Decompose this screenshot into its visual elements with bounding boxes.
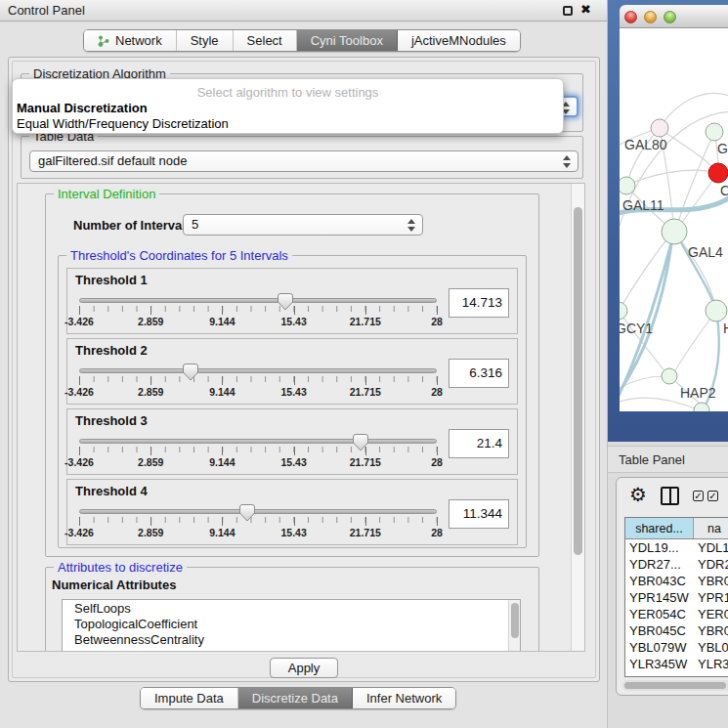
float-window-icon[interactable] (563, 6, 573, 16)
attributes-list-scrollbar[interactable] (508, 600, 520, 652)
apply-button[interactable]: Apply (270, 658, 338, 678)
tick-label: 2.859 (138, 316, 163, 327)
network-canvas[interactable]: GAL80GCGAL11GAL4GCY1HHAP2 (620, 28, 728, 411)
table-data-combobox[interactable]: galFiltered.sif default node (29, 150, 578, 172)
table-panel: ⚙ ✓ ✓ shared... na YDL19... YDL1 (616, 477, 728, 696)
network-node-label: GAL4 (688, 244, 723, 260)
table-row[interactable]: YIL052C YIL0 (625, 672, 728, 677)
slider-track[interactable] (79, 439, 437, 444)
network-node-label: C (720, 183, 728, 198)
popup-item-equal-width-frequency[interactable]: Equal Width/Frequency Discretization (13, 115, 563, 131)
tab-impute-data[interactable]: Impute Data (141, 688, 238, 708)
network-node[interactable] (620, 302, 627, 320)
slider-major-tick (365, 306, 366, 315)
cell-shared-name: YLR345W (625, 656, 694, 672)
cell-shared-name: YBL079W (625, 639, 694, 656)
table-horizontal-scrollbar[interactable] (622, 680, 728, 691)
network-node[interactable] (662, 368, 677, 384)
threshold-label: Threshold 1 (75, 273, 148, 287)
close-icon[interactable]: ✖ (580, 2, 591, 17)
slider-thumb[interactable] (239, 504, 255, 522)
threshold-value-field[interactable]: 21.4 (449, 429, 509, 458)
tab-infer-network[interactable]: Infer Network (353, 688, 455, 708)
tab-discretize-data[interactable]: Discretize Data (238, 688, 353, 708)
tab-network[interactable]: Network (84, 30, 177, 51)
threshold-row: Threshold 3 (66, 408, 518, 475)
slider-track[interactable] (79, 509, 437, 514)
threshold-slider[interactable]: -3.4262.8599.14415.4321.71528 (79, 439, 437, 468)
network-icon (98, 34, 110, 48)
slider-track[interactable] (79, 298, 437, 303)
table-row[interactable]: YBR043C YBR0 (625, 573, 728, 589)
threshold-coordinates-group: Threshold's Coordinates for 5 Intervals … (58, 255, 527, 548)
network-node[interactable] (651, 119, 668, 137)
table-row[interactable]: YBR045C YBR0 (625, 622, 728, 639)
attributes-scrollbar-thumb[interactable] (511, 603, 519, 638)
slider-thumb[interactable] (278, 293, 293, 311)
network-node-label: H (723, 321, 728, 336)
table-row[interactable]: YPR145W YPR1 (625, 589, 728, 606)
threshold-value-field[interactable]: 11.344 (449, 499, 509, 529)
table-row[interactable]: YDL19... YDL1 (625, 539, 728, 556)
zoom-traffic-light[interactable] (664, 11, 676, 23)
numerical-attributes-list[interactable]: SelfLoopsTopologicalCoefficientBetweenne… (62, 599, 521, 652)
settings-vertical-scrollbar[interactable] (571, 184, 584, 651)
slider-track[interactable] (79, 368, 437, 373)
network-node[interactable] (706, 123, 723, 141)
slider-major-tick (294, 447, 295, 455)
algorithm-popup-placeholder: Select algorithm to view settings (13, 79, 563, 100)
slider-major-tick (437, 517, 438, 526)
checkbox-icon-2[interactable]: ✓ (707, 491, 718, 501)
node-table-header: shared... na (625, 518, 728, 539)
attribute-items: SelfLoopsTopologicalCoefficientBetweenne… (63, 600, 520, 647)
table-row[interactable]: YDR27... YDR2 (625, 556, 728, 573)
table-panel-title: Table Panel (619, 452, 685, 467)
threshold-slider[interactable]: -3.4262.8599.14415.4321.71528 (79, 368, 437, 398)
attribute-item[interactable]: SelfLoops (63, 600, 520, 616)
table-row[interactable]: YLR345W YLR3 (625, 656, 728, 672)
threshold-slider[interactable]: -3.4262.8599.14415.4321.71528 (79, 509, 437, 538)
slider-major-tick (79, 517, 80, 526)
network-node[interactable] (620, 177, 635, 194)
network-node-label: HAP2 (680, 385, 716, 401)
checkbox-icon-1[interactable]: ✓ (693, 491, 704, 501)
split-columns-icon[interactable] (661, 487, 679, 505)
network-node[interactable] (708, 163, 728, 183)
minimize-traffic-light[interactable] (644, 11, 657, 23)
attribute-item[interactable]: BetweennessCentrality (63, 631, 520, 647)
tab-cyni-toolbox[interactable]: Cyni Toolbox (297, 30, 398, 51)
slider-minor-ticks (79, 376, 437, 385)
network-node[interactable] (706, 300, 727, 321)
tab-jactivemnodules[interactable]: jActiveMNodules (398, 30, 520, 51)
column-header-shared-name[interactable]: shared... (625, 518, 694, 538)
gear-icon[interactable]: ⚙ (629, 483, 647, 506)
cell-shared-name: YPR145W (625, 589, 694, 606)
settings-scroll-viewport[interactable]: Interval Definition Number of Intervals … (17, 183, 585, 652)
close-traffic-light[interactable] (624, 11, 637, 23)
network-node[interactable] (662, 219, 687, 244)
slider-thumb[interactable] (353, 434, 368, 451)
threshold-value-field[interactable]: 6.316 (449, 359, 509, 388)
table-scrollbar-thumb[interactable] (624, 682, 726, 689)
slider-thumb[interactable] (183, 364, 198, 381)
number-of-intervals-combobox[interactable]: 5 (183, 214, 423, 236)
threshold-value-field[interactable]: 14.713 (449, 288, 509, 318)
attributes-group-title: Attributes to discretize (54, 560, 187, 575)
tick-label: 2.859 (138, 386, 163, 398)
popup-item-manual-discretization[interactable]: Manual Discretization (13, 100, 563, 115)
cell-shared-name: YDR27... (625, 556, 694, 573)
tab-discretize-data-label: Discretize Data (252, 691, 338, 706)
threshold-slider[interactable]: -3.4262.8599.14415.4321.71528 (79, 298, 437, 327)
tab-style[interactable]: Style (177, 30, 234, 51)
settings-scrollbar-thumb[interactable] (574, 207, 582, 555)
attribute-item[interactable]: TopologicalCoefficient (63, 616, 520, 631)
table-row[interactable]: YBL079W YBL0 (625, 639, 728, 656)
network-window-titlebar[interactable] (620, 5, 728, 28)
tick-label: 28 (431, 386, 443, 398)
tab-select[interactable]: Select (234, 30, 297, 51)
node-table[interactable]: shared... na YDL19... YDL1 YDR27... YDR2 (624, 517, 728, 677)
slider-major-tick (222, 376, 223, 385)
network-view-window[interactable]: GAL80GCGAL11GAL4GCY1HHAP2 (608, 0, 728, 442)
column-header-name[interactable]: na (694, 518, 728, 538)
table-row[interactable]: YER054C YER0 (625, 606, 728, 622)
